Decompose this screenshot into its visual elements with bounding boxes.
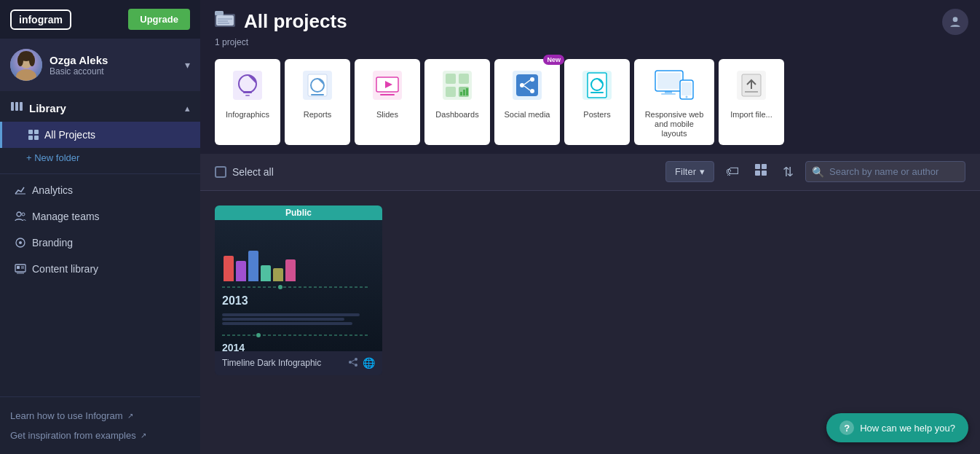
svg-rect-71 (755, 164, 760, 169)
select-all-label: Select all (232, 166, 274, 178)
new-badge: New (543, 55, 564, 65)
new-folder-button[interactable]: + New folder (0, 148, 200, 171)
sidebar-item-content-library[interactable]: Content library (0, 256, 200, 282)
svg-rect-36 (311, 94, 324, 95)
reports-icon (299, 67, 336, 103)
svg-point-5 (29, 55, 35, 66)
svg-rect-50 (516, 74, 538, 96)
content-library-icon (15, 263, 26, 275)
type-card-social-media[interactable]: New Social media (494, 59, 560, 145)
library-chevron[interactable]: ▴ (185, 103, 190, 114)
user-role: Basic account (50, 66, 178, 77)
library-icon (10, 100, 23, 116)
svg-point-76 (278, 285, 282, 289)
sidebar-item-branding[interactable]: Branding (0, 230, 200, 256)
library-header[interactable]: Library ▴ (0, 91, 200, 122)
sidebar-item-manage-teams[interactable]: Manage teams (0, 203, 200, 230)
svg-point-4 (17, 55, 23, 66)
svg-point-53 (530, 89, 534, 93)
svg-rect-48 (466, 88, 468, 95)
public-badge: Public (215, 206, 382, 220)
svg-rect-7 (15, 102, 18, 111)
import-label: Import file... (730, 110, 772, 120)
svg-point-17 (19, 241, 22, 244)
svg-line-83 (352, 363, 355, 364)
type-card-infographics[interactable]: Infographics (215, 59, 280, 145)
import-icon (733, 67, 770, 103)
type-card-import[interactable]: Import file... (719, 59, 784, 145)
manage-teams-icon (15, 211, 26, 222)
svg-rect-46 (460, 92, 462, 95)
project-card[interactable]: Public (215, 206, 382, 375)
card-share-icon[interactable] (348, 357, 358, 369)
svg-rect-32 (245, 95, 250, 96)
search-input[interactable] (805, 161, 965, 182)
svg-rect-25 (216, 15, 234, 26)
user-section[interactable]: Ozga Aleks Basic account ▾ (0, 39, 200, 91)
svg-rect-31 (243, 91, 252, 93)
external-link-icon-2: ↗ (141, 431, 146, 439)
svg-point-15 (22, 213, 25, 216)
manage-teams-label: Manage teams (32, 211, 100, 222)
type-card-responsive[interactable]: Responsive web and mobile layouts (634, 59, 714, 145)
type-card-posters[interactable]: Posters (564, 59, 630, 145)
logo[interactable]: infogram (10, 9, 71, 30)
help-label: How can we help you? (860, 423, 955, 434)
page-title-row: All projects (215, 0, 965, 36)
svg-point-78 (256, 333, 261, 337)
svg-rect-11 (28, 136, 33, 140)
svg-rect-12 (34, 136, 39, 140)
svg-rect-63 (661, 93, 676, 95)
svg-rect-65 (681, 82, 692, 95)
upgrade-button[interactable]: Upgrade (128, 9, 190, 30)
project-count: 1 project (215, 36, 965, 53)
sidebar-item-analytics[interactable]: Analytics (0, 177, 200, 203)
svg-point-51 (520, 83, 524, 87)
external-link-icon: ↗ (127, 412, 133, 420)
inspiration-link[interactable]: Get inspiration from examples ↗ (10, 426, 190, 445)
tag-button[interactable]: 🏷 (722, 161, 743, 182)
svg-rect-73 (755, 171, 760, 176)
social-media-label: Social media (505, 110, 550, 120)
grid-view-button[interactable] (751, 161, 771, 182)
help-icon: ? (839, 420, 854, 435)
card-thumbnail: Public (215, 206, 382, 351)
svg-rect-40 (380, 94, 395, 95)
user-menu-chevron[interactable]: ▾ (185, 59, 190, 71)
user-info: Ozga Aleks Basic account (50, 54, 178, 77)
analytics-icon (15, 184, 26, 196)
page-title: All projects (244, 10, 347, 33)
svg-rect-24 (215, 11, 224, 15)
svg-rect-44 (446, 87, 456, 97)
type-card-slides[interactable]: Slides (355, 59, 420, 145)
svg-rect-57 (588, 73, 606, 98)
divider (0, 173, 200, 174)
learn-link[interactable]: Learn how to use Infogram ↗ (10, 406, 190, 426)
svg-rect-19 (17, 266, 20, 269)
top-right-user-button[interactable] (942, 9, 968, 35)
card-globe-icon[interactable]: 🌐 (363, 357, 375, 369)
svg-rect-74 (762, 171, 767, 176)
toolbar: Select all Filter ▾ 🏷 ⇅ 🔍 (200, 154, 980, 191)
grid-icon (28, 130, 39, 140)
svg-rect-8 (20, 102, 23, 111)
analytics-label: Analytics (32, 184, 73, 196)
svg-rect-62 (665, 91, 672, 93)
dashboards-label: Dashboards (435, 110, 478, 120)
sort-button[interactable]: ⇅ (778, 161, 798, 183)
avatar (10, 49, 42, 81)
sidebar-header: infogram Upgrade (0, 0, 200, 39)
select-all-checkbox[interactable] (215, 166, 226, 178)
all-projects-label: All Projects (44, 129, 95, 141)
type-card-dashboards[interactable]: Dashboards (424, 59, 490, 145)
filter-button[interactable]: Filter ▾ (665, 161, 714, 182)
svg-rect-59 (590, 92, 604, 93)
sidebar-item-all-projects[interactable]: All Projects (0, 122, 200, 148)
card-footer: Timeline Dark Infographic 🌐 (215, 351, 382, 375)
sidebar-bottom: Learn how to use Infogram ↗ Get inspirat… (0, 396, 200, 454)
branding-icon (15, 237, 26, 248)
type-card-reports[interactable]: Reports (285, 59, 350, 145)
help-button[interactable]: ? How can we help you? (826, 413, 968, 442)
branding-label: Branding (32, 237, 73, 248)
top-bar: All projects 1 project Infographics (200, 0, 980, 154)
